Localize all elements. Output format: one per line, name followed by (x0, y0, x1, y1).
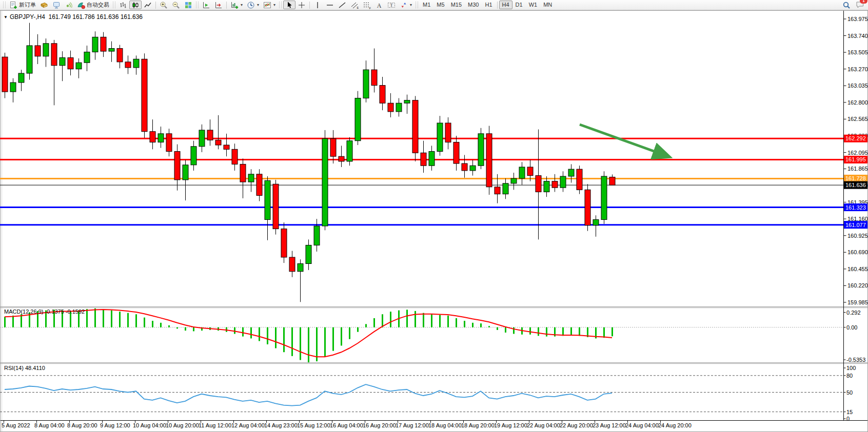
new-order-button[interactable]: 新订单 (7, 1, 38, 9)
chevron-down-icon: ▾ (410, 3, 412, 7)
indicators-button[interactable]: ▾ (261, 1, 278, 9)
period-button[interactable]: ▾ (245, 1, 261, 9)
rsi-indicator-label: RSI(14) 48.4110 (4, 365, 45, 371)
svg-text:17 Aug 12:00: 17 Aug 12:00 (396, 422, 429, 428)
zoom-in-button[interactable] (157, 1, 170, 9)
zoom-out-icon (172, 1, 180, 9)
candlestick-chart-button[interactable] (129, 1, 142, 9)
publish-icon (40, 1, 48, 9)
trendline-tool-button[interactable] (336, 1, 348, 9)
svg-text:163.975: 163.975 (847, 16, 868, 22)
svg-text:162.292: 162.292 (845, 135, 866, 141)
svg-text:23 Aug 12:00: 23 Aug 12:00 (593, 422, 626, 428)
signals-icon (65, 1, 73, 9)
svg-text:162.565: 162.565 (847, 116, 868, 122)
equidistant-channel-tool-button[interactable]: E (348, 1, 361, 9)
svg-text:5 Aug 2022: 5 Aug 2022 (2, 422, 30, 428)
timeframe-w1[interactable]: W1 (526, 1, 541, 9)
price-chart-canvas[interactable]: 163.975163.740163.505163.270163.035162.8… (0, 0, 868, 432)
toolbar-grip[interactable] (196, 2, 199, 8)
svg-text:161.728: 161.728 (845, 175, 866, 181)
toolbar-grip[interactable] (3, 2, 6, 8)
tile-windows-button[interactable] (182, 1, 194, 9)
svg-text:163.740: 163.740 (847, 33, 868, 39)
terminal-button[interactable] (50, 1, 63, 9)
new-chart-icon (230, 1, 239, 9)
svg-text:163.035: 163.035 (847, 83, 868, 89)
bar-chart-button[interactable] (117, 1, 129, 9)
search-button[interactable] (840, 1, 853, 9)
svg-text:162.800: 162.800 (847, 99, 868, 106)
cursor-tool-button[interactable] (283, 1, 295, 9)
chart-shift-button[interactable] (212, 1, 225, 9)
svg-text:22 Aug 20:00: 22 Aug 20:00 (560, 422, 593, 428)
macd-indicator-label: MACD(12,26,9) -0.1375 -0.1592 (4, 308, 85, 315)
auto-scroll-button[interactable] (200, 1, 212, 9)
trendline-icon (338, 1, 346, 9)
crosshair-tool-button[interactable] (295, 1, 308, 9)
toolbar-grip[interactable] (113, 2, 115, 8)
svg-text:8 Aug 04:00: 8 Aug 04:00 (34, 422, 65, 428)
timeframe-mn[interactable]: MN (540, 1, 555, 9)
chevron-down-icon: ▼ (4, 15, 8, 19)
cursor-icon (285, 1, 293, 9)
chat-button[interactable]: 1 (856, 1, 864, 10)
timeframe-d1[interactable]: D1 (512, 1, 526, 9)
timeframe-h4[interactable]: H4 (499, 1, 512, 9)
chevron-down-icon: ▾ (273, 3, 275, 7)
timeframe-h1[interactable]: H1 (482, 1, 495, 9)
period-clock-icon (247, 1, 255, 9)
text-label-tool-button[interactable]: T (385, 1, 398, 9)
svg-text:22 Aug 04:00: 22 Aug 04:00 (527, 422, 560, 428)
svg-text:161.865: 161.865 (847, 166, 868, 172)
auto-trading-icon (77, 1, 85, 9)
text-label-icon: T (387, 1, 396, 9)
svg-text:18 Aug 20:00: 18 Aug 20:00 (461, 422, 495, 428)
chart-shift-icon (214, 1, 223, 9)
new-chart-button[interactable]: ▾ (228, 1, 245, 9)
toolbar-grip[interactable] (416, 2, 418, 8)
equidistant-channel-icon: E (350, 1, 359, 9)
horizontal-line-tool-button[interactable] (324, 1, 336, 9)
svg-text:163.505: 163.505 (847, 49, 868, 55)
svg-text:162.095: 162.095 (847, 150, 868, 156)
svg-text:-0.5353: -0.5353 (846, 357, 865, 363)
svg-text:0.292: 0.292 (846, 310, 861, 316)
svg-text:8 Aug 20:00: 8 Aug 20:00 (67, 422, 97, 428)
crosshair-icon (298, 1, 306, 9)
svg-text:15 Aug 12:00: 15 Aug 12:00 (297, 422, 330, 428)
timeframe-m5[interactable]: M5 (433, 1, 447, 9)
auto-trading-label: 自动交易 (87, 1, 109, 9)
svg-text:161.636: 161.636 (845, 182, 866, 188)
timeframe-m15[interactable]: M15 (448, 1, 465, 9)
auto-trading-button[interactable]: 自动交易 (75, 1, 111, 9)
svg-text:100: 100 (846, 365, 856, 371)
svg-text:F: F (369, 6, 371, 9)
svg-text:10 Aug 04:00: 10 Aug 04:00 (133, 422, 166, 428)
fibonacci-tool-button[interactable]: F (361, 1, 373, 9)
publish-button[interactable] (38, 1, 50, 9)
line-chart-button[interactable] (142, 1, 154, 9)
svg-text:80: 80 (846, 373, 853, 379)
main-toolbar: 新订单 自动交易 (0, 0, 868, 10)
timeframe-m30[interactable]: M30 (465, 1, 482, 9)
text-tool-button[interactable]: A (373, 1, 385, 9)
svg-text:10 Aug 20:00: 10 Aug 20:00 (166, 422, 199, 428)
signals-button[interactable] (63, 1, 75, 9)
arrows-tool-button[interactable]: ▾ (398, 1, 414, 9)
new-order-icon (9, 1, 17, 9)
auto-scroll-icon (202, 1, 210, 9)
terminal-icon (52, 1, 61, 9)
svg-text:E: E (357, 6, 359, 9)
chevron-down-icon: ▾ (257, 3, 259, 7)
timeframe-m1[interactable]: M1 (420, 1, 433, 9)
toolbar-grip[interactable] (279, 2, 282, 8)
chart-title[interactable]: ▼GBPJPY-,H4 161.749 161.786 161.636 161.… (4, 13, 143, 20)
svg-text:159.985: 159.985 (847, 299, 868, 305)
zoom-out-button[interactable] (170, 1, 182, 9)
arrows-tool-icon (400, 1, 408, 9)
svg-text:14 Aug 23:00: 14 Aug 23:00 (264, 422, 298, 428)
line-chart-icon (144, 1, 152, 9)
svg-text:160.220: 160.220 (847, 282, 868, 289)
vertical-line-tool-button[interactable] (311, 1, 324, 9)
